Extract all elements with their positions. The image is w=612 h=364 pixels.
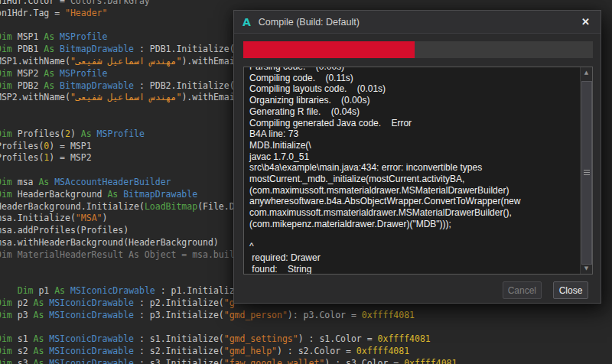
b4a-ide-screen: n1Hdr.Color = Colors.DarkGrayon1Hdr.Tag … [0, 0, 612, 364]
close-button[interactable]: Close [553, 281, 588, 299]
scroll-up-arrow-icon[interactable]: ▲ [581, 67, 592, 78]
compile-log-box: Parsing code. (0.00s) Compiling code. (0… [243, 67, 593, 275]
compile-progress-bar [243, 41, 593, 58]
code-line [0, 322, 612, 334]
code-line: n1Hdr.Color = Colors.DarkGray [0, 0, 612, 8]
dialog-titlebar[interactable]: A Compile (Build: Default) ✕ [234, 11, 601, 34]
close-icon[interactable]: ✕ [579, 15, 592, 28]
dialog-button-row: Cancel Close [503, 281, 588, 299]
compile-dialog: A Compile (Build: Default) ✕ Parsing cod… [233, 10, 601, 304]
scrollbar-thumb[interactable] [581, 81, 592, 265]
progress-fill [243, 41, 415, 58]
cancel-button[interactable]: Cancel [503, 281, 542, 299]
code-line: Dim s2 As MSIconicDrawable : s2.Initiali… [0, 346, 612, 358]
compile-log-output: Parsing code. (0.00s) Compiling code. (0… [249, 67, 520, 275]
scroll-down-arrow-icon[interactable]: ▼ [581, 263, 592, 274]
scrollbar-grip-icon [584, 170, 590, 176]
code-line: Dim p3 As MSIconicDrawable : p3.Initiali… [0, 310, 612, 322]
log-scrollbar[interactable]: ▲ ▼ [580, 67, 592, 274]
code-line: Dim s1 As MSIconicDrawable : s1.Initiali… [0, 333, 612, 346]
b4a-logo-icon: A [243, 16, 251, 28]
dialog-title: Compile (Build: Default) [259, 17, 579, 28]
code-line: Dim s3 As MSIconicDrawable : s3.Initiali… [0, 358, 612, 364]
